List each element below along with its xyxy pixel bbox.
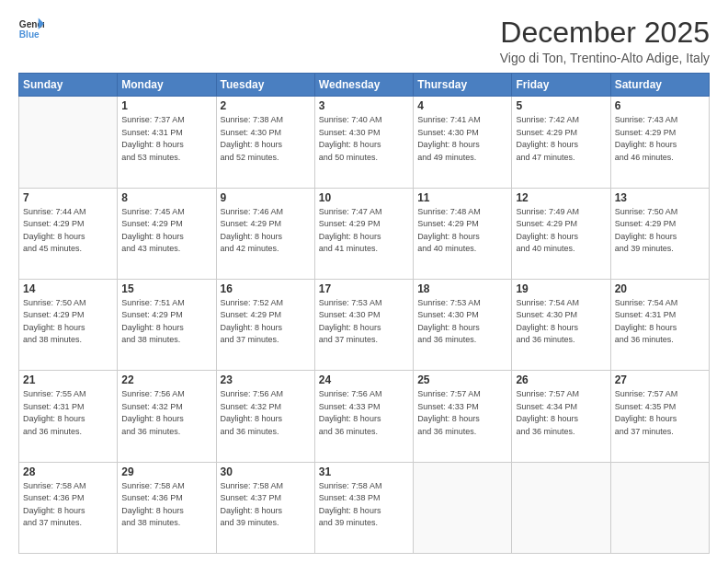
- day-info: Sunrise: 7:58 AM Sunset: 4:36 PM Dayligh…: [23, 480, 113, 530]
- day-number: 3: [319, 99, 409, 112]
- day-number: 7: [23, 191, 113, 204]
- day-number: 29: [121, 465, 211, 478]
- calendar-week-row: 21Sunrise: 7:55 AM Sunset: 4:31 PM Dayli…: [19, 371, 710, 462]
- day-info: Sunrise: 7:50 AM Sunset: 4:29 PM Dayligh…: [615, 206, 705, 256]
- day-info: Sunrise: 7:43 AM Sunset: 4:29 PM Dayligh…: [615, 114, 705, 164]
- main-title: December 2025: [500, 17, 710, 49]
- day-number: 24: [319, 373, 409, 386]
- day-info: Sunrise: 7:57 AM Sunset: 4:33 PM Dayligh…: [417, 388, 507, 438]
- svg-text:Blue: Blue: [19, 29, 40, 40]
- calendar-header-row: Sunday Monday Tuesday Wednesday Thursday…: [19, 74, 710, 97]
- day-info: Sunrise: 7:58 AM Sunset: 4:36 PM Dayligh…: [121, 480, 211, 530]
- day-number: 9: [221, 191, 311, 204]
- table-row: 25Sunrise: 7:57 AM Sunset: 4:33 PM Dayli…: [414, 371, 512, 462]
- day-number: 1: [121, 99, 211, 112]
- day-number: 2: [221, 99, 311, 112]
- table-row: 4Sunrise: 7:41 AM Sunset: 4:30 PM Daylig…: [414, 97, 512, 188]
- day-number: 10: [319, 191, 409, 204]
- table-row: 20Sunrise: 7:54 AM Sunset: 4:31 PM Dayli…: [610, 279, 709, 370]
- header: General Blue December 2025 Vigo di Ton, …: [18, 17, 710, 65]
- day-info: Sunrise: 7:44 AM Sunset: 4:29 PM Dayligh…: [23, 206, 113, 256]
- day-info: Sunrise: 7:53 AM Sunset: 4:30 PM Dayligh…: [417, 297, 507, 347]
- day-number: 18: [417, 282, 507, 295]
- day-info: Sunrise: 7:58 AM Sunset: 4:38 PM Dayligh…: [319, 480, 409, 530]
- day-info: Sunrise: 7:37 AM Sunset: 4:31 PM Dayligh…: [121, 114, 211, 164]
- table-row: 22Sunrise: 7:56 AM Sunset: 4:32 PM Dayli…: [118, 371, 216, 462]
- day-info: Sunrise: 7:46 AM Sunset: 4:29 PM Dayligh…: [221, 206, 311, 256]
- day-info: Sunrise: 7:57 AM Sunset: 4:34 PM Dayligh…: [516, 388, 606, 438]
- col-tuesday: Tuesday: [216, 74, 314, 97]
- day-info: Sunrise: 7:57 AM Sunset: 4:35 PM Dayligh…: [615, 388, 705, 438]
- table-row: 8Sunrise: 7:45 AM Sunset: 4:29 PM Daylig…: [118, 188, 216, 279]
- day-number: 22: [121, 373, 211, 386]
- day-number: 28: [23, 465, 113, 478]
- table-row: [512, 462, 610, 553]
- day-info: Sunrise: 7:55 AM Sunset: 4:31 PM Dayligh…: [23, 388, 113, 438]
- table-row: 15Sunrise: 7:51 AM Sunset: 4:29 PM Dayli…: [118, 279, 216, 370]
- day-number: 8: [121, 191, 211, 204]
- day-info: Sunrise: 7:54 AM Sunset: 4:31 PM Dayligh…: [615, 297, 705, 347]
- day-info: Sunrise: 7:40 AM Sunset: 4:30 PM Dayligh…: [319, 114, 409, 164]
- table-row: 23Sunrise: 7:56 AM Sunset: 4:32 PM Dayli…: [216, 371, 314, 462]
- calendar-week-row: 7Sunrise: 7:44 AM Sunset: 4:29 PM Daylig…: [19, 188, 710, 279]
- table-row: 26Sunrise: 7:57 AM Sunset: 4:34 PM Dayli…: [512, 371, 610, 462]
- table-row: 18Sunrise: 7:53 AM Sunset: 4:30 PM Dayli…: [414, 279, 512, 370]
- day-info: Sunrise: 7:42 AM Sunset: 4:29 PM Dayligh…: [516, 114, 606, 164]
- table-row: 11Sunrise: 7:48 AM Sunset: 4:29 PM Dayli…: [414, 188, 512, 279]
- day-number: 14: [23, 282, 113, 295]
- day-info: Sunrise: 7:41 AM Sunset: 4:30 PM Dayligh…: [417, 114, 507, 164]
- col-friday: Friday: [512, 74, 610, 97]
- day-info: Sunrise: 7:52 AM Sunset: 4:29 PM Dayligh…: [221, 297, 311, 347]
- table-row: 27Sunrise: 7:57 AM Sunset: 4:35 PM Dayli…: [610, 371, 709, 462]
- table-row: [19, 97, 118, 188]
- table-row: 9Sunrise: 7:46 AM Sunset: 4:29 PM Daylig…: [216, 188, 314, 279]
- day-info: Sunrise: 7:38 AM Sunset: 4:30 PM Dayligh…: [221, 114, 311, 164]
- day-info: Sunrise: 7:53 AM Sunset: 4:30 PM Dayligh…: [319, 297, 409, 347]
- day-info: Sunrise: 7:58 AM Sunset: 4:37 PM Dayligh…: [221, 480, 311, 530]
- day-number: 16: [221, 282, 311, 295]
- subtitle: Vigo di Ton, Trentino-Alto Adige, Italy: [500, 51, 710, 65]
- table-row: 7Sunrise: 7:44 AM Sunset: 4:29 PM Daylig…: [19, 188, 118, 279]
- day-info: Sunrise: 7:47 AM Sunset: 4:29 PM Dayligh…: [319, 206, 409, 256]
- calendar-week-row: 28Sunrise: 7:58 AM Sunset: 4:36 PM Dayli…: [19, 462, 710, 553]
- day-number: 31: [319, 465, 409, 478]
- table-row: 14Sunrise: 7:50 AM Sunset: 4:29 PM Dayli…: [19, 279, 118, 370]
- col-sunday: Sunday: [19, 74, 118, 97]
- day-number: 6: [615, 99, 705, 112]
- calendar-week-row: 14Sunrise: 7:50 AM Sunset: 4:29 PM Dayli…: [19, 279, 710, 370]
- day-number: 17: [319, 282, 409, 295]
- table-row: 3Sunrise: 7:40 AM Sunset: 4:30 PM Daylig…: [314, 97, 413, 188]
- table-row: 5Sunrise: 7:42 AM Sunset: 4:29 PM Daylig…: [512, 97, 610, 188]
- col-saturday: Saturday: [610, 74, 709, 97]
- table-row: 30Sunrise: 7:58 AM Sunset: 4:37 PM Dayli…: [216, 462, 314, 553]
- day-number: 19: [516, 282, 606, 295]
- table-row: 13Sunrise: 7:50 AM Sunset: 4:29 PM Dayli…: [610, 188, 709, 279]
- day-number: 13: [615, 191, 705, 204]
- table-row: 21Sunrise: 7:55 AM Sunset: 4:31 PM Dayli…: [19, 371, 118, 462]
- day-number: 27: [615, 373, 705, 386]
- table-row: 1Sunrise: 7:37 AM Sunset: 4:31 PM Daylig…: [118, 97, 216, 188]
- table-row: 12Sunrise: 7:49 AM Sunset: 4:29 PM Dayli…: [512, 188, 610, 279]
- day-info: Sunrise: 7:48 AM Sunset: 4:29 PM Dayligh…: [417, 206, 507, 256]
- logo-icon: General Blue: [18, 17, 44, 42]
- table-row: 24Sunrise: 7:56 AM Sunset: 4:33 PM Dayli…: [314, 371, 413, 462]
- table-row: 19Sunrise: 7:54 AM Sunset: 4:30 PM Dayli…: [512, 279, 610, 370]
- table-row: 28Sunrise: 7:58 AM Sunset: 4:36 PM Dayli…: [19, 462, 118, 553]
- calendar-table: Sunday Monday Tuesday Wednesday Thursday…: [18, 73, 710, 554]
- table-row: 17Sunrise: 7:53 AM Sunset: 4:30 PM Dayli…: [314, 279, 413, 370]
- calendar-week-row: 1Sunrise: 7:37 AM Sunset: 4:31 PM Daylig…: [19, 97, 710, 188]
- logo: General Blue: [18, 17, 44, 42]
- table-row: 29Sunrise: 7:58 AM Sunset: 4:36 PM Dayli…: [118, 462, 216, 553]
- page: General Blue December 2025 Vigo di Ton, …: [0, 0, 728, 563]
- day-number: 12: [516, 191, 606, 204]
- day-info: Sunrise: 7:49 AM Sunset: 4:29 PM Dayligh…: [516, 206, 606, 256]
- day-info: Sunrise: 7:56 AM Sunset: 4:32 PM Dayligh…: [121, 388, 211, 438]
- col-monday: Monday: [118, 74, 216, 97]
- day-number: 15: [121, 282, 211, 295]
- table-row: [610, 462, 709, 553]
- day-number: 5: [516, 99, 606, 112]
- table-row: 10Sunrise: 7:47 AM Sunset: 4:29 PM Dayli…: [314, 188, 413, 279]
- day-number: 23: [221, 373, 311, 386]
- table-row: 16Sunrise: 7:52 AM Sunset: 4:29 PM Dayli…: [216, 279, 314, 370]
- day-number: 25: [417, 373, 507, 386]
